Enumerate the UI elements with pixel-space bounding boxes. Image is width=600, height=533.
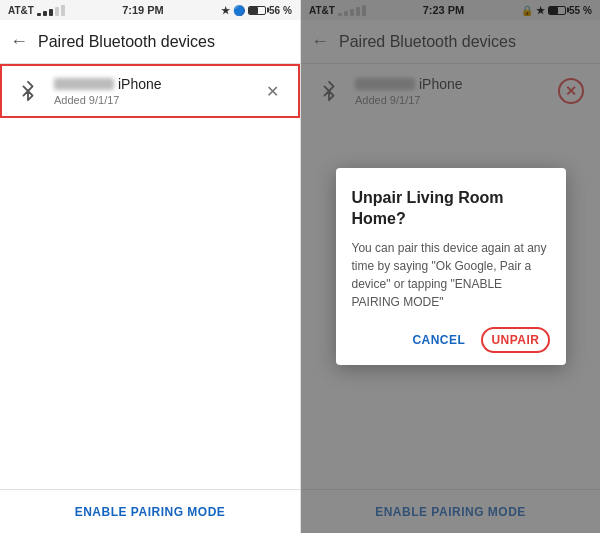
left-battery-icon: 🔵 <box>233 5 245 16</box>
left-enable-pairing-button[interactable]: ENABLE PAIRING MODE <box>75 505 226 519</box>
left-device-added: Added 9/1/17 <box>54 94 260 106</box>
left-carrier: AT&T <box>8 5 34 16</box>
left-bottom-bar: ENABLE PAIRING MODE <box>0 489 300 533</box>
left-back-button[interactable]: ← <box>10 31 28 52</box>
left-device-item[interactable]: iPhone Added 9/1/17 ✕ <box>0 64 300 118</box>
left-battery <box>248 6 266 15</box>
left-status-right: ★ 🔵 56% <box>221 5 292 16</box>
dialog-body: You can pair this device again at any ti… <box>352 239 550 311</box>
left-signal <box>37 5 65 16</box>
dialog-title: Unpair Living Room Home? <box>352 188 550 230</box>
left-top-bar: ← Paired Bluetooth devices <box>0 20 300 64</box>
dialog-actions: CANCEL UNPAIR <box>352 327 550 353</box>
left-device-name-blur <box>54 78 114 90</box>
unpair-button[interactable]: UNPAIR <box>481 327 549 353</box>
left-status-bar: AT&T 7:19 PM ★ 🔵 56% <box>0 0 300 20</box>
dialog-overlay: Unpair Living Room Home? You can pair th… <box>301 0 600 533</box>
left-page-title: Paired Bluetooth devices <box>38 33 215 51</box>
left-device-name: iPhone <box>54 76 260 92</box>
unpair-dialog: Unpair Living Room Home? You can pair th… <box>336 168 566 366</box>
left-device-name-text: iPhone <box>118 76 162 92</box>
cancel-button[interactable]: CANCEL <box>406 329 471 351</box>
left-battery-pct: 56 <box>269 5 280 16</box>
left-device-info: iPhone Added 9/1/17 <box>54 76 260 106</box>
left-close-button[interactable]: ✕ <box>260 79 284 103</box>
left-panel: AT&T 7:19 PM ★ 🔵 56% ← Paired Bluetooth … <box>0 0 300 533</box>
left-device-list: iPhone Added 9/1/17 ✕ <box>0 64 300 489</box>
right-panel: AT&T 7:23 PM 🔒 ★ 55% ← Paired Bluetooth … <box>300 0 600 533</box>
left-bluetooth-icon <box>16 79 40 103</box>
left-time: 7:19 PM <box>122 4 164 16</box>
left-bluetooth-icon: ★ <box>221 5 230 16</box>
left-status-left: AT&T <box>8 5 65 16</box>
